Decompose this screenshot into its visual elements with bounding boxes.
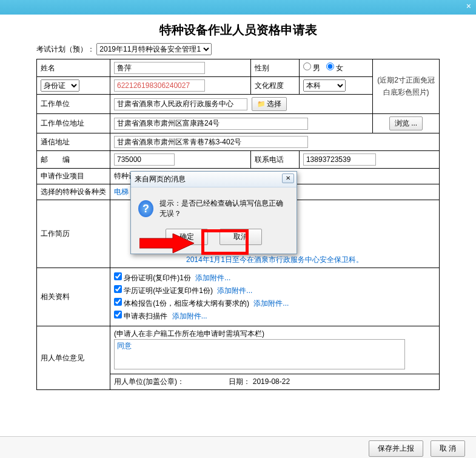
resume-label: 工作简历 xyxy=(37,200,110,268)
date-label: 日期： xyxy=(229,377,250,386)
opinion-note: (申请人在非户籍工作所在地申请时需填写本栏) xyxy=(114,329,435,339)
close-icon[interactable]: × xyxy=(466,1,471,11)
exam-plan-select[interactable]: 2019年11月特种设备安全管理1 xyxy=(96,43,212,55)
dialog-cancel-button[interactable]: 取消 xyxy=(220,229,262,245)
material-id-copy[interactable]: 身份证明(复印件)1份 添加附件... xyxy=(114,272,435,283)
postcode-label: 邮 编 xyxy=(37,151,110,169)
question-icon: ? xyxy=(138,200,153,217)
gender-label: 性别 xyxy=(250,59,299,77)
confirm-dialog: 来自网页的消息 ✕ ? 提示：是否已经检查确认填写信息正确无误？ 确定 取消 xyxy=(130,171,297,254)
date-value: 2019-08-22 xyxy=(253,377,290,386)
dialog-close-button[interactable]: ✕ xyxy=(282,173,294,183)
name-input[interactable] xyxy=(114,62,205,74)
phone-input[interactable] xyxy=(303,153,376,166)
id-input[interactable] xyxy=(114,79,205,92)
add-attachment-link[interactable]: 添加附件... xyxy=(253,299,289,308)
window-titlebar: × xyxy=(0,0,476,15)
workunit-input[interactable] xyxy=(114,98,247,110)
education-select[interactable]: 本科 xyxy=(303,79,346,92)
seal-label: 用人单位(加盖公章)： xyxy=(114,377,184,386)
equipment-type-label: 选择的特种设备种类 xyxy=(37,184,110,200)
workaddr-label: 工作单位地址 xyxy=(37,114,110,133)
save-submit-button[interactable]: 保存并上报 xyxy=(369,440,423,457)
page-title: 特种设备作业人员资格申请表 xyxy=(36,22,440,38)
workaddr-input[interactable] xyxy=(114,118,308,130)
exam-plan-row: 考试计划（预）： 2019年11月特种设备安全管理1 xyxy=(36,43,440,55)
employer-opinion-label: 用人单位意见 xyxy=(37,326,110,390)
addr-input[interactable] xyxy=(114,136,308,148)
browse-photo-button[interactable]: 浏览 ... xyxy=(389,116,423,130)
workunit-label: 工作单位 xyxy=(37,95,110,114)
dialog-message: 提示：是否已经检查确认填写信息正确无误？ xyxy=(159,198,289,219)
phone-label: 联系电话 xyxy=(250,151,299,169)
gender-female-option[interactable]: 女 xyxy=(326,64,343,72)
select-workunit-button[interactable]: 选择 xyxy=(252,97,287,111)
material-form-scan[interactable]: 申请表扫描件 添加附件... xyxy=(114,311,435,322)
materials-label: 相关资料 xyxy=(37,268,110,326)
add-attachment-link[interactable]: 添加附件... xyxy=(195,274,230,282)
dialog-title: 来自网页的消息 xyxy=(135,175,186,183)
addr-label: 通信地址 xyxy=(37,133,110,151)
material-health-report[interactable]: 体检报告(1份，相应考核大纲有要求的) 添加附件... xyxy=(114,298,435,309)
footer-bar: 保存并上报 取 消 xyxy=(0,436,476,458)
postcode-input[interactable] xyxy=(114,153,175,166)
name-label: 姓名 xyxy=(37,59,110,77)
education-label: 文化程度 xyxy=(250,77,299,95)
exam-plan-label: 考试计划（预）： xyxy=(36,45,95,53)
gender-male-option[interactable]: 男 xyxy=(303,64,320,72)
material-edu-copy[interactable]: 学历证明(毕业证复印件1份) 添加附件... xyxy=(114,285,435,296)
dialog-ok-button[interactable]: 确定 xyxy=(166,229,208,245)
photo-placeholder-text: (近期2寸正面免冠白底彩色照片) xyxy=(377,75,435,98)
add-attachment-link[interactable]: 添加附件... xyxy=(172,312,207,320)
opinion-textarea[interactable]: 同意 xyxy=(114,339,405,369)
cancel-button[interactable]: 取 消 xyxy=(431,440,465,457)
apply-item-label: 申请作业项目 xyxy=(37,169,110,184)
idtype-select[interactable]: 身份证 xyxy=(41,79,79,92)
add-attachment-link[interactable]: 添加附件... xyxy=(217,286,252,295)
